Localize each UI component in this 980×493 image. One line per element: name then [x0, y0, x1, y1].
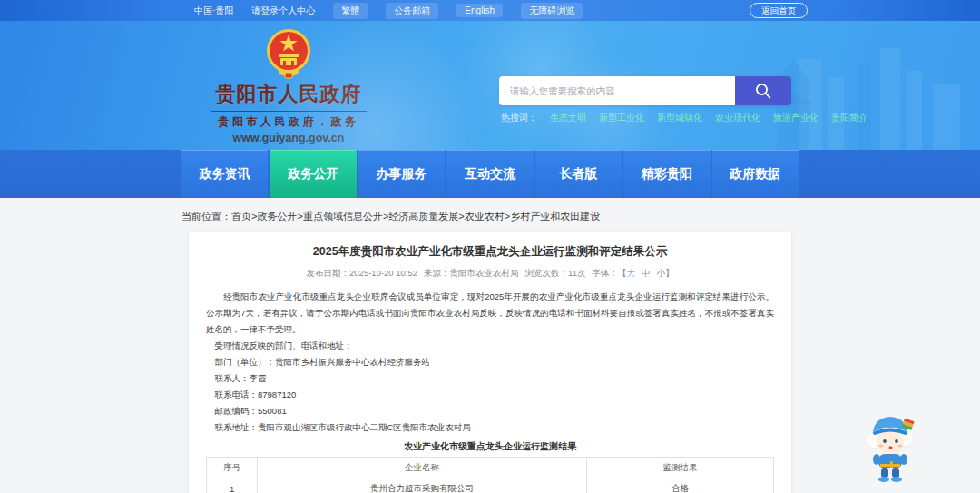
article-paragraph: 联系地址：贵阳市观山湖区市级行政中心二期C区贵阳市农业农村局	[206, 419, 774, 436]
table-cell: 1	[207, 478, 258, 493]
breadcrumb: 当前位置：首页>政务公开>重点领域信息公开>经济高质量发展>农业农村>乡村产业和…	[0, 198, 980, 223]
font-size-large-button[interactable]: 大	[626, 268, 635, 278]
mascot-character[interactable]	[862, 409, 918, 483]
article-paragraph: 受理情况反映的部门、电话和地址：	[206, 338, 774, 354]
hot-search-terms: 生态文明新型工业化新型城镇化农业现代化旅游产业化贵阳简介	[550, 112, 867, 124]
article-paragraph: 联系人：李霞	[206, 370, 774, 387]
site-subtitle: 贵阳市人民政府．政务	[207, 114, 370, 130]
views-label: 浏览次数：	[525, 268, 569, 278]
national-emblem-icon	[265, 27, 312, 80]
font-size-medium-button[interactable]: 中	[642, 268, 651, 278]
search-button[interactable]	[735, 76, 791, 105]
hot-search-label: 热搜词：	[501, 112, 537, 124]
font-size-small-button[interactable]: 小	[656, 268, 665, 278]
font-size-label: 字体：【	[592, 268, 626, 278]
breadcrumb-segment[interactable]: 重点领域信息公开	[303, 211, 383, 222]
source-value: 贵阳市农业农村局	[450, 268, 519, 278]
nav-tab[interactable]: 互动交流	[446, 150, 533, 198]
title-divider	[211, 111, 367, 112]
search-input[interactable]	[499, 76, 735, 105]
topbar-link[interactable]: 中国·贵阳	[194, 5, 233, 17]
hot-search-term[interactable]: 旅游产业化	[773, 112, 818, 124]
table-row: 1贵州合力超市采购有限公司合格	[207, 478, 774, 493]
nav-tab[interactable]: 政务资讯	[181, 150, 268, 198]
article-paragraph: 经贵阳市农业产业化市级重点龙头企业联席会议成员单位审定，现对2025年开展的农业…	[206, 289, 774, 338]
nav-tab[interactable]: 精彩贵阳	[623, 150, 710, 198]
breadcrumb-segment[interactable]: 政务公开	[257, 211, 297, 222]
breadcrumb-segment[interactable]: 乡村产业和农田建设	[510, 211, 600, 222]
search-bar	[499, 76, 791, 105]
article-paragraph: 联系电话：87987120	[206, 387, 774, 403]
topbar-links: 中国·贵阳请登录个人中心繁體公务邮箱English无障碍浏览	[194, 0, 583, 21]
site-logo[interactable]: 贵阳市人民政府 贵阳市人民政府．政务 www.guiyang.gov.cn	[207, 27, 370, 144]
article-body: 经贵阳市农业产业化市级重点龙头企业联席会议成员单位审定，现对2025年开展的农业…	[206, 289, 774, 436]
topbar-link[interactable]: English	[456, 4, 503, 17]
article-card: 2025年度贵阳市农业产业化市级重点龙头企业运行监测和评定结果公示 发布日期：2…	[188, 232, 792, 493]
table-header-cell: 序号	[207, 458, 258, 478]
table-caption: 农业产业化市级重点龙头企业运行监测结果	[189, 439, 791, 454]
table-cell: 合格	[586, 478, 773, 493]
font-size-bracket: 】	[665, 268, 674, 278]
publish-date-label: 发布日期：	[307, 268, 350, 278]
table-header-cell: 监测结果	[586, 458, 773, 478]
header-banner: 贵阳市人民政府 贵阳市人民政府．政务 www.guiyang.gov.cn 热搜…	[0, 21, 980, 150]
breadcrumb-label: 当前位置：	[181, 211, 231, 222]
table-header-row: 序号企业名称监测结果	[207, 458, 774, 478]
back-to-home-button[interactable]: 返回首页	[750, 3, 808, 18]
search-icon	[754, 82, 772, 100]
hot-search-term[interactable]: 贵阳简介	[831, 112, 867, 124]
hot-search: 热搜词： 生态文明新型工业化新型城镇化农业现代化旅游产业化贵阳简介	[501, 112, 867, 124]
source-label: 来源：	[424, 268, 450, 278]
article-paragraph: 邮政编码：550081	[206, 403, 774, 419]
breadcrumb-segment[interactable]: 经济高质量发展	[388, 211, 458, 222]
breadcrumb-segment[interactable]: 首页	[231, 211, 251, 222]
hot-search-term[interactable]: 新型工业化	[599, 112, 644, 124]
topbar-link[interactable]: 公务邮箱	[386, 3, 438, 19]
page: 中国·贵阳请登录个人中心繁體公务邮箱English无障碍浏览 返回首页	[0, 0, 980, 493]
publish-date: 2025-10-20 10:52	[349, 268, 417, 278]
topbar-link[interactable]: 请登录个人中心	[251, 5, 315, 17]
nav-tab[interactable]: 政府数据	[712, 150, 799, 198]
main-nav: 政务资讯政务公开办事服务互动交流长者版精彩贵阳政府数据	[0, 150, 980, 198]
table-cell: 贵州合力超市采购有限公司	[258, 478, 587, 493]
site-url: www.guiyang.gov.cn	[207, 132, 370, 144]
article-title: 2025年度贵阳市农业产业化市级重点龙头企业运行监测和评定结果公示	[221, 244, 759, 260]
topbar-link[interactable]: 无障碍浏览	[521, 3, 583, 19]
article-meta: 发布日期：2025-10-20 10:52来源：贵阳市农业农村局浏览次数：11次…	[189, 268, 791, 280]
table-header-cell: 企业名称	[258, 458, 587, 478]
site-title: 贵阳市人民政府	[207, 81, 370, 108]
topbar: 中国·贵阳请登录个人中心繁體公务邮箱English无障碍浏览 返回首页	[0, 0, 980, 21]
topbar-link[interactable]: 繁體	[333, 3, 368, 19]
city-skyline-decoration	[771, 21, 980, 150]
hot-search-term[interactable]: 新型城镇化	[657, 112, 702, 124]
monitoring-result-table: 序号企业名称监测结果 1贵州合力超市采购有限公司合格2贵州友禾种业有限公司合格3…	[206, 457, 774, 493]
nav-tabs: 政务资讯政务公开办事服务互动交流长者版精彩贵阳政府数据	[181, 150, 799, 198]
hot-search-term[interactable]: 生态文明	[550, 112, 586, 124]
hot-search-term[interactable]: 农业现代化	[715, 112, 760, 124]
article-paragraph: 部门（单位）：贵阳市乡村振兴服务中心农村经济服务站	[206, 354, 774, 370]
nav-tab[interactable]: 政务公开	[270, 150, 356, 198]
breadcrumb-segment[interactable]: 农业农村	[465, 211, 505, 222]
nav-tab[interactable]: 长者版	[535, 150, 622, 198]
nav-tab[interactable]: 办事服务	[358, 150, 445, 198]
views-value: 11次	[568, 268, 585, 278]
